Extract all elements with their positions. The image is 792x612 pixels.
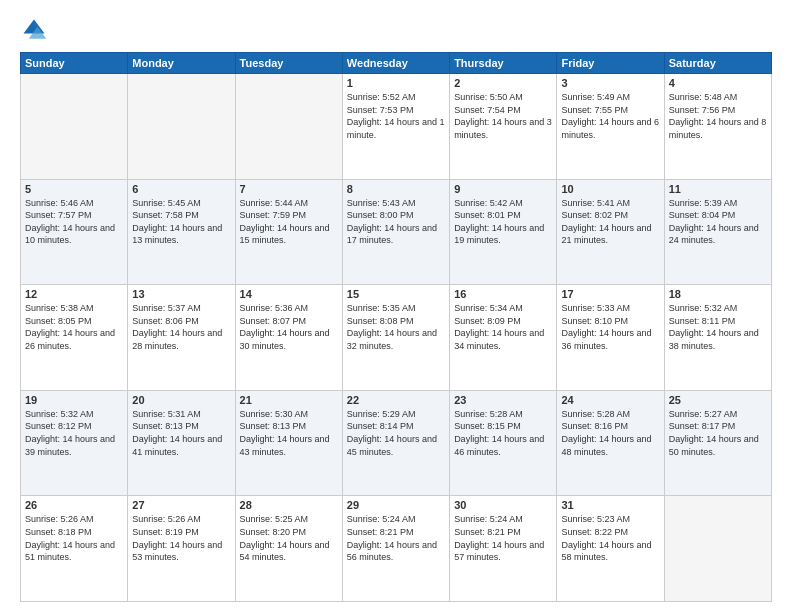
calendar-week-5: 26Sunrise: 5:26 AMSunset: 8:18 PMDayligh…: [21, 496, 772, 602]
day-number: 6: [132, 183, 230, 195]
calendar-cell: 10Sunrise: 5:41 AMSunset: 8:02 PMDayligh…: [557, 179, 664, 285]
day-info: Sunrise: 5:38 AMSunset: 8:05 PMDaylight:…: [25, 302, 123, 352]
day-info: Sunrise: 5:24 AMSunset: 8:21 PMDaylight:…: [454, 513, 552, 563]
day-number: 20: [132, 394, 230, 406]
day-info: Sunrise: 5:45 AMSunset: 7:58 PMDaylight:…: [132, 197, 230, 247]
day-number: 21: [240, 394, 338, 406]
day-number: 29: [347, 499, 445, 511]
day-info: Sunrise: 5:37 AMSunset: 8:06 PMDaylight:…: [132, 302, 230, 352]
calendar-cell: 15Sunrise: 5:35 AMSunset: 8:08 PMDayligh…: [342, 285, 449, 391]
calendar-cell: [664, 496, 771, 602]
day-info: Sunrise: 5:23 AMSunset: 8:22 PMDaylight:…: [561, 513, 659, 563]
calendar-cell: 23Sunrise: 5:28 AMSunset: 8:15 PMDayligh…: [450, 390, 557, 496]
calendar-table: SundayMondayTuesdayWednesdayThursdayFrid…: [20, 52, 772, 602]
day-number: 3: [561, 77, 659, 89]
calendar-cell: 5Sunrise: 5:46 AMSunset: 7:57 PMDaylight…: [21, 179, 128, 285]
day-info: Sunrise: 5:44 AMSunset: 7:59 PMDaylight:…: [240, 197, 338, 247]
day-number: 16: [454, 288, 552, 300]
day-info: Sunrise: 5:25 AMSunset: 8:20 PMDaylight:…: [240, 513, 338, 563]
day-info: Sunrise: 5:34 AMSunset: 8:09 PMDaylight:…: [454, 302, 552, 352]
day-info: Sunrise: 5:35 AMSunset: 8:08 PMDaylight:…: [347, 302, 445, 352]
day-info: Sunrise: 5:46 AMSunset: 7:57 PMDaylight:…: [25, 197, 123, 247]
day-number: 31: [561, 499, 659, 511]
calendar-cell: 2Sunrise: 5:50 AMSunset: 7:54 PMDaylight…: [450, 74, 557, 180]
calendar-cell: 16Sunrise: 5:34 AMSunset: 8:09 PMDayligh…: [450, 285, 557, 391]
calendar-cell: 1Sunrise: 5:52 AMSunset: 7:53 PMDaylight…: [342, 74, 449, 180]
day-info: Sunrise: 5:26 AMSunset: 8:18 PMDaylight:…: [25, 513, 123, 563]
day-info: Sunrise: 5:32 AMSunset: 8:12 PMDaylight:…: [25, 408, 123, 458]
calendar-cell: 27Sunrise: 5:26 AMSunset: 8:19 PMDayligh…: [128, 496, 235, 602]
calendar-cell: 30Sunrise: 5:24 AMSunset: 8:21 PMDayligh…: [450, 496, 557, 602]
header: [20, 16, 772, 44]
day-number: 17: [561, 288, 659, 300]
day-number: 4: [669, 77, 767, 89]
day-info: Sunrise: 5:28 AMSunset: 8:16 PMDaylight:…: [561, 408, 659, 458]
day-number: 11: [669, 183, 767, 195]
calendar-cell: 3Sunrise: 5:49 AMSunset: 7:55 PMDaylight…: [557, 74, 664, 180]
calendar-cell: 25Sunrise: 5:27 AMSunset: 8:17 PMDayligh…: [664, 390, 771, 496]
calendar-cell: 31Sunrise: 5:23 AMSunset: 8:22 PMDayligh…: [557, 496, 664, 602]
day-number: 14: [240, 288, 338, 300]
calendar-cell: [21, 74, 128, 180]
calendar-cell: [128, 74, 235, 180]
day-number: 13: [132, 288, 230, 300]
calendar-cell: 13Sunrise: 5:37 AMSunset: 8:06 PMDayligh…: [128, 285, 235, 391]
calendar-cell: 9Sunrise: 5:42 AMSunset: 8:01 PMDaylight…: [450, 179, 557, 285]
weekday-header-wednesday: Wednesday: [342, 53, 449, 74]
day-info: Sunrise: 5:33 AMSunset: 8:10 PMDaylight:…: [561, 302, 659, 352]
day-info: Sunrise: 5:42 AMSunset: 8:01 PMDaylight:…: [454, 197, 552, 247]
calendar-cell: 18Sunrise: 5:32 AMSunset: 8:11 PMDayligh…: [664, 285, 771, 391]
calendar-cell: 20Sunrise: 5:31 AMSunset: 8:13 PMDayligh…: [128, 390, 235, 496]
day-number: 25: [669, 394, 767, 406]
day-number: 18: [669, 288, 767, 300]
calendar-cell: 6Sunrise: 5:45 AMSunset: 7:58 PMDaylight…: [128, 179, 235, 285]
calendar-week-1: 1Sunrise: 5:52 AMSunset: 7:53 PMDaylight…: [21, 74, 772, 180]
calendar-week-3: 12Sunrise: 5:38 AMSunset: 8:05 PMDayligh…: [21, 285, 772, 391]
day-number: 19: [25, 394, 123, 406]
calendar-cell: 7Sunrise: 5:44 AMSunset: 7:59 PMDaylight…: [235, 179, 342, 285]
day-info: Sunrise: 5:52 AMSunset: 7:53 PMDaylight:…: [347, 91, 445, 141]
calendar-cell: 4Sunrise: 5:48 AMSunset: 7:56 PMDaylight…: [664, 74, 771, 180]
day-info: Sunrise: 5:30 AMSunset: 8:13 PMDaylight:…: [240, 408, 338, 458]
calendar-cell: 22Sunrise: 5:29 AMSunset: 8:14 PMDayligh…: [342, 390, 449, 496]
day-info: Sunrise: 5:26 AMSunset: 8:19 PMDaylight:…: [132, 513, 230, 563]
day-number: 2: [454, 77, 552, 89]
logo: [20, 16, 52, 44]
day-number: 23: [454, 394, 552, 406]
calendar-cell: 12Sunrise: 5:38 AMSunset: 8:05 PMDayligh…: [21, 285, 128, 391]
day-info: Sunrise: 5:36 AMSunset: 8:07 PMDaylight:…: [240, 302, 338, 352]
day-info: Sunrise: 5:50 AMSunset: 7:54 PMDaylight:…: [454, 91, 552, 141]
day-number: 27: [132, 499, 230, 511]
day-number: 24: [561, 394, 659, 406]
day-number: 1: [347, 77, 445, 89]
day-info: Sunrise: 5:49 AMSunset: 7:55 PMDaylight:…: [561, 91, 659, 141]
weekday-header-row: SundayMondayTuesdayWednesdayThursdayFrid…: [21, 53, 772, 74]
weekday-header-sunday: Sunday: [21, 53, 128, 74]
calendar-cell: 29Sunrise: 5:24 AMSunset: 8:21 PMDayligh…: [342, 496, 449, 602]
calendar-cell: 28Sunrise: 5:25 AMSunset: 8:20 PMDayligh…: [235, 496, 342, 602]
calendar-cell: [235, 74, 342, 180]
calendar-cell: 14Sunrise: 5:36 AMSunset: 8:07 PMDayligh…: [235, 285, 342, 391]
day-number: 7: [240, 183, 338, 195]
weekday-header-thursday: Thursday: [450, 53, 557, 74]
day-info: Sunrise: 5:28 AMSunset: 8:15 PMDaylight:…: [454, 408, 552, 458]
day-info: Sunrise: 5:41 AMSunset: 8:02 PMDaylight:…: [561, 197, 659, 247]
day-number: 8: [347, 183, 445, 195]
day-number: 28: [240, 499, 338, 511]
day-number: 26: [25, 499, 123, 511]
weekday-header-saturday: Saturday: [664, 53, 771, 74]
calendar-week-4: 19Sunrise: 5:32 AMSunset: 8:12 PMDayligh…: [21, 390, 772, 496]
day-number: 22: [347, 394, 445, 406]
day-info: Sunrise: 5:48 AMSunset: 7:56 PMDaylight:…: [669, 91, 767, 141]
calendar-cell: 17Sunrise: 5:33 AMSunset: 8:10 PMDayligh…: [557, 285, 664, 391]
weekday-header-monday: Monday: [128, 53, 235, 74]
day-info: Sunrise: 5:31 AMSunset: 8:13 PMDaylight:…: [132, 408, 230, 458]
day-number: 10: [561, 183, 659, 195]
weekday-header-friday: Friday: [557, 53, 664, 74]
calendar-cell: 21Sunrise: 5:30 AMSunset: 8:13 PMDayligh…: [235, 390, 342, 496]
day-info: Sunrise: 5:29 AMSunset: 8:14 PMDaylight:…: [347, 408, 445, 458]
calendar-week-2: 5Sunrise: 5:46 AMSunset: 7:57 PMDaylight…: [21, 179, 772, 285]
page: SundayMondayTuesdayWednesdayThursdayFrid…: [0, 0, 792, 612]
weekday-header-tuesday: Tuesday: [235, 53, 342, 74]
calendar-cell: 26Sunrise: 5:26 AMSunset: 8:18 PMDayligh…: [21, 496, 128, 602]
